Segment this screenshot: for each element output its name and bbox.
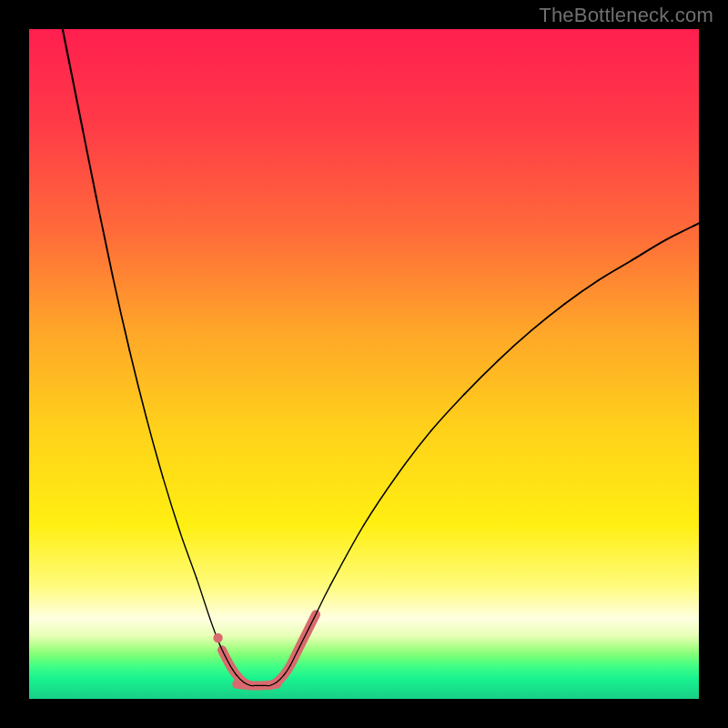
plot-background: [29, 29, 699, 699]
bottleneck-chart: [29, 29, 699, 699]
marker-left-dot: [213, 633, 222, 642]
chart-frame: TheBottleneck.com: [0, 0, 728, 728]
marker-layer: [213, 633, 222, 642]
watermark-text: TheBottleneck.com: [539, 4, 713, 27]
